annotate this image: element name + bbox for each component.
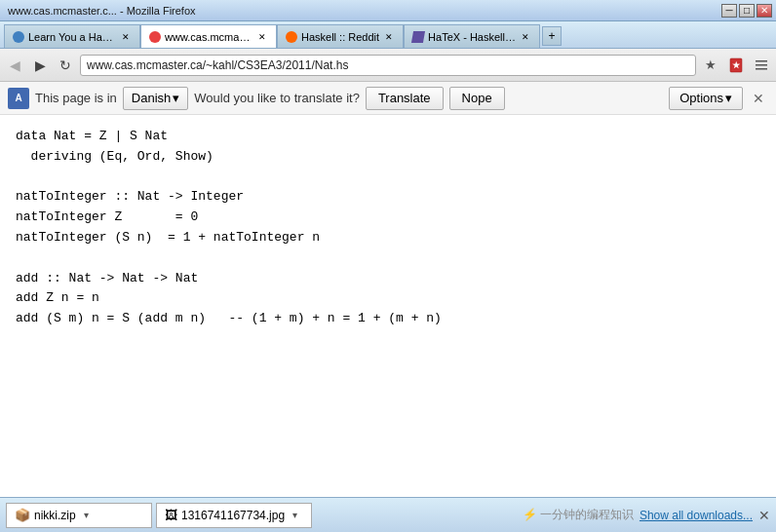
options-dropdown-icon: ▾ (725, 91, 732, 105)
content-area: data Nat = Z | S Nat deriving (Eq, Ord, … (0, 115, 776, 475)
back-button[interactable]: ◀ (4, 55, 25, 76)
tab-close-1[interactable]: ✕ (120, 31, 132, 43)
svg-rect-3 (756, 64, 767, 66)
translate-icon-box: A (8, 88, 29, 109)
download-file-2[interactable]: 🖼 1316741167734.jpg ▾ (156, 503, 312, 528)
translate-options-button[interactable]: Options ▾ (669, 87, 743, 110)
tab-favicon-2 (149, 31, 161, 43)
code-line (16, 168, 760, 188)
tab-close-3[interactable]: ✕ (383, 31, 395, 43)
options-label: Options (679, 91, 723, 105)
file1-name: nikki.zip (34, 509, 76, 522)
status-right-section: ⚡ 一分钟的编程知识 Show all downloads... ✕ (523, 507, 770, 523)
watermark-text: ⚡ 一分钟的编程知识 (523, 507, 634, 523)
tab-learn-haskell[interactable]: Learn You a Haskell f... ✕ (4, 24, 140, 48)
code-line (16, 248, 760, 269)
code-line: natToInteger (S n) = 1 + natToInteger n (16, 228, 760, 248)
this-page-text: This page is in (35, 91, 117, 105)
show-all-downloads-link[interactable]: Show all downloads... (640, 509, 753, 522)
reload-button[interactable]: ↻ (55, 55, 76, 76)
close-window-button[interactable]: ✕ (757, 4, 772, 18)
file1-arrow-icon: ▾ (84, 510, 89, 520)
tab-label-2: www.cas.mcmaster.c... (165, 31, 252, 43)
title-bar-buttons: ─ □ ✕ (721, 4, 772, 18)
menu-button[interactable] (751, 55, 772, 76)
code-line: natToInteger Z = 0 (16, 208, 760, 228)
tab-favicon-1 (13, 31, 24, 43)
status-bar: 📦 nikki.zip ▾ 🖼 1316741167734.jpg ▾ ⚡ 一分… (0, 497, 776, 532)
tab-bar: Learn You a Haskell f... ✕ www.cas.mcmas… (0, 21, 776, 49)
tab-label-3: Haskell :: Reddit (301, 31, 379, 43)
dropdown-arrow-icon: ▾ (173, 91, 179, 105)
navigation-bar: ◀ ▶ ↻ www.cas.mcmaster.ca/~kahl/CS3EA3/2… (0, 49, 776, 82)
code-line: add Z n = n (16, 288, 760, 309)
code-line: deriving (Eq, Ord, Show) (16, 147, 760, 168)
svg-rect-2 (756, 60, 767, 62)
code-line: add (S m) n = S (add m n) -- (1 + m) + n… (16, 309, 760, 329)
maximize-button[interactable]: □ (739, 4, 755, 18)
forward-button[interactable]: ▶ (29, 55, 51, 76)
tab-hatex[interactable]: HaTeX - HaskellWiki ✕ (404, 24, 540, 48)
file2-arrow-icon: ▾ (292, 510, 297, 520)
translate-button[interactable]: Translate (366, 87, 444, 110)
translation-bar-close-button[interactable]: ✕ (749, 89, 768, 108)
download-file-1[interactable]: 📦 nikki.zip ▾ (6, 503, 152, 528)
svg-rect-4 (756, 68, 767, 70)
file2-icon: 🖼 (165, 508, 177, 522)
bookmark-icon: ★ (728, 57, 744, 73)
new-tab-button[interactable]: + (542, 26, 562, 46)
translation-bar: A This page is in Danish ▾ Would you lik… (0, 82, 776, 115)
code-line: add :: Nat -> Nat -> Nat (16, 269, 760, 289)
code-line: natToInteger :: Nat -> Integer (16, 187, 760, 208)
tab-close-4[interactable]: ✕ (520, 31, 531, 43)
file2-name: 1316741167734.jpg (181, 509, 285, 522)
title-bar: www.cas.mcmaster.c... - Mozilla Firefox … (0, 0, 776, 21)
language-label: Danish (132, 91, 171, 105)
tab-close-2[interactable]: ✕ (256, 31, 268, 43)
nope-button[interactable]: Nope (449, 87, 505, 110)
bookmark-button[interactable]: ★ (725, 55, 747, 76)
tab-reddit[interactable]: Haskell :: Reddit ✕ (277, 24, 404, 48)
minimize-button[interactable]: ─ (721, 4, 737, 18)
tab-favicon-4 (411, 31, 425, 43)
title-bar-left: www.cas.mcmaster.c... - Mozilla Firefox (4, 5, 196, 17)
status-bar-close-button[interactable]: ✕ (758, 508, 770, 523)
bookmark-star-button[interactable]: ★ (700, 55, 721, 76)
tab-label-4: HaTeX - HaskellWiki (428, 31, 516, 43)
address-bar[interactable]: www.cas.mcmaster.ca/~kahl/CS3EA3/2011/Na… (80, 55, 696, 76)
tab-favicon-3 (286, 31, 297, 43)
language-dropdown-button[interactable]: Danish ▾ (123, 87, 188, 110)
menu-icon (754, 57, 769, 73)
file1-icon: 📦 (15, 508, 30, 522)
tab-label-1: Learn You a Haskell f... (28, 31, 116, 43)
tab-mcmaster[interactable]: www.cas.mcmaster.c... ✕ (140, 24, 277, 48)
code-line: data Nat = Z | S Nat (16, 127, 760, 147)
address-text: www.cas.mcmaster.ca/~kahl/CS3EA3/2011/Na… (87, 58, 348, 72)
title-bar-title: www.cas.mcmaster.c... - Mozilla Firefox (8, 5, 196, 17)
translate-icon: A (15, 93, 21, 103)
translate-question-text: Would you like to translate it? (194, 91, 360, 105)
svg-text:★: ★ (732, 60, 741, 70)
